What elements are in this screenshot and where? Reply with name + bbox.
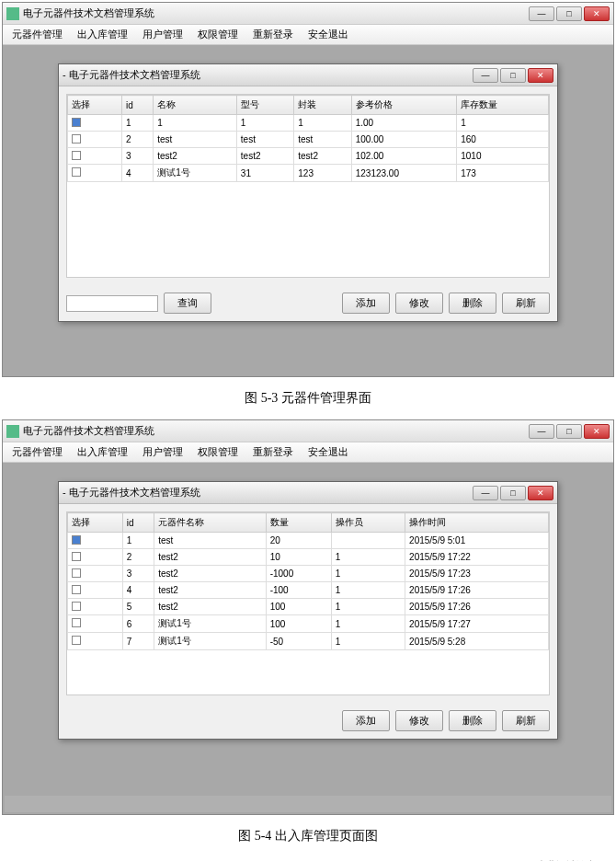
menu-item-4[interactable]: 重新登录 [247,443,299,461]
column-header[interactable]: 名称 [154,96,237,115]
cell: 1.00 [351,115,457,132]
column-header[interactable]: 封装 [294,96,351,115]
column-header[interactable]: 操作时间 [405,513,549,533]
cell: 10 [266,549,331,566]
edit-button[interactable]: 修改 [395,293,443,314]
column-header[interactable]: 元器件名称 [154,513,266,533]
delete-button[interactable]: 删除 [449,710,496,731]
cell: 31 [236,165,293,182]
row-checkbox[interactable] [72,602,81,611]
row-checkbox[interactable] [72,535,81,545]
column-header[interactable]: 操作员 [331,513,405,533]
cell: test [154,132,237,148]
row-checkbox[interactable] [72,618,81,627]
cell: 4 [122,582,154,599]
refresh-button[interactable]: 刷新 [502,293,550,314]
table-row[interactable]: 3test2-100012015/5/9 17:23 [68,566,549,582]
cell: 1 [236,115,293,132]
menu-item-3[interactable]: 权限管理 [192,443,244,461]
column-header[interactable]: 选择 [68,513,123,533]
cell: 1 [331,549,405,566]
table-row[interactable]: 6测试1号10012015/5/9 17:27 [68,615,549,633]
close-button[interactable]: ✕ [584,424,610,439]
column-header[interactable]: id [122,513,154,533]
main-window-1: 电子元器件技术文档管理系统 — □ ✕ 元器件管理出入库管理用户管理权限管理重新… [2,2,614,377]
maximize-button[interactable]: □ [500,486,526,500]
table-row[interactable]: 2test21012015/5/9 17:22 [68,549,549,566]
maximize-button[interactable]: □ [556,6,582,21]
refresh-button[interactable]: 刷新 [502,710,550,731]
cell: test2 [154,599,266,615]
maximize-button[interactable]: □ [500,68,526,83]
table-row[interactable]: 2testtesttest100.00160 [68,132,549,148]
row-checkbox[interactable] [72,636,81,645]
menu-item-1[interactable]: 出入库管理 [72,443,133,461]
add-button[interactable]: 添加 [342,710,390,731]
menu-item-0[interactable]: 元器件管理 [6,26,68,43]
row-checkbox[interactable] [72,552,81,561]
cell: 1 [331,566,405,582]
row-checkbox[interactable] [72,167,81,177]
query-button[interactable]: 查询 [164,293,211,314]
menu-item-3[interactable]: 权限管理 [192,26,244,43]
menu-item-2[interactable]: 用户管理 [137,26,188,43]
column-header[interactable]: 库存数量 [457,96,549,115]
table-row[interactable]: 5test210012015/5/9 17:26 [68,599,549,615]
table-row[interactable]: 7测试1号-5012015/5/9 5:28 [68,633,549,650]
titlebar: 电子元器件技术文档管理系统 — □ ✕ [3,3,613,25]
cell: 测试1号 [154,165,237,182]
table-row[interactable]: 1test202015/5/9 5:01 [68,533,549,549]
cell: 173 [457,165,549,182]
cell: 2015/5/9 17:26 [405,599,549,615]
minimize-button[interactable]: — [529,6,554,21]
row-checkbox[interactable] [72,118,81,127]
cell: 5 [122,599,154,615]
menu-item-4[interactable]: 重新登录 [247,26,299,43]
cell: -100 [266,582,331,599]
cell: 2015/5/9 17:23 [405,566,549,582]
menu-item-2[interactable]: 用户管理 [137,443,188,461]
maximize-button[interactable]: □ [556,424,582,439]
inner-title: - 电子元器件技术文档管理系统 [63,68,473,82]
column-header[interactable]: 参考价格 [351,96,457,115]
close-button[interactable]: ✕ [584,6,610,21]
edit-button[interactable]: 修改 [395,710,443,731]
figure-caption-1: 图 5-3 元器件管理界面 [0,379,616,418]
minimize-button[interactable]: — [473,68,498,83]
add-button[interactable]: 添加 [342,293,390,314]
table-row[interactable]: 11111.001 [68,115,549,132]
row-checkbox[interactable] [72,134,81,144]
close-button[interactable]: ✕ [528,68,553,83]
cell: test [236,132,293,148]
inner-titlebar: - 电子元器件技术文档管理系统 — □ ✕ [59,64,557,86]
cell: 100.00 [351,132,457,148]
column-header[interactable]: 数量 [266,513,331,533]
cell: 1 [294,115,351,132]
menu-item-0[interactable]: 元器件管理 [6,443,68,461]
table-row[interactable]: 4测试1号31123123123.00173 [68,165,549,182]
column-header[interactable]: 选择 [68,96,122,115]
cell: 2015/5/9 5:28 [405,633,549,650]
row-checkbox[interactable] [72,585,81,594]
table-row[interactable]: 4test2-10012015/5/9 17:26 [68,582,549,599]
row-checkbox[interactable] [72,568,81,578]
cell: -1000 [266,566,331,582]
table-row[interactable]: 3test2test2test2102.001010 [68,148,549,165]
cell [331,533,405,549]
menu-item-5[interactable]: 安全退出 [302,443,354,461]
minimize-button[interactable]: — [473,486,498,500]
minimize-button[interactable]: — [529,424,554,439]
client-area: - 电子元器件技术文档管理系统 — □ ✕ 选择id名称型号封装参考价格库存数量… [3,45,613,376]
close-button[interactable]: ✕ [528,486,553,500]
menu-item-5[interactable]: 安全退出 [302,26,354,43]
delete-button[interactable]: 删除 [449,293,496,314]
column-header[interactable]: 型号 [236,96,293,115]
search-input[interactable] [66,295,158,312]
menu-item-1[interactable]: 出入库管理 [72,26,133,43]
cell: 1 [331,615,405,633]
column-header[interactable]: id [122,96,154,115]
row-checkbox[interactable] [72,151,81,160]
statusbar [5,796,611,812]
cell: 100 [266,599,331,615]
cell: test [154,533,266,549]
